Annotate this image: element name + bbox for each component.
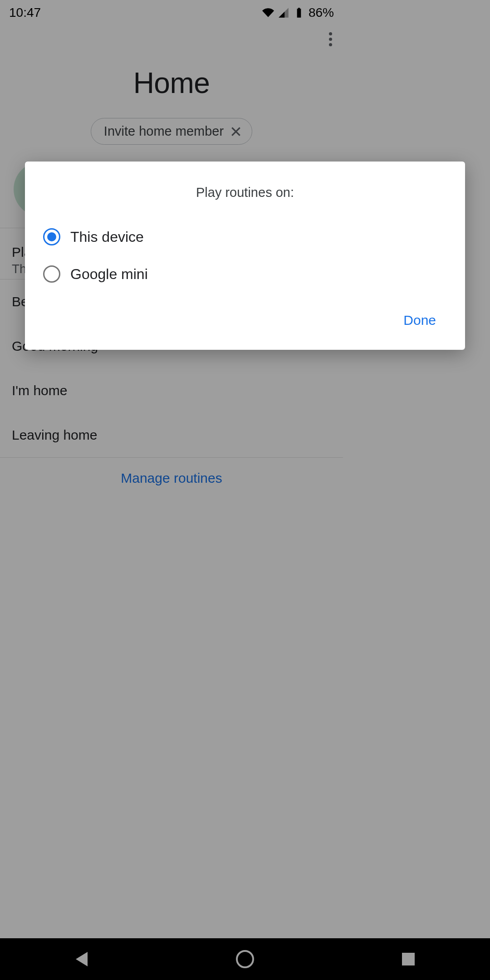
radio-label: This device <box>70 229 144 245</box>
play-routines-dialog: Play routines on: This device Google min… <box>25 162 343 350</box>
radio-option-this-device[interactable]: This device <box>43 218 343 255</box>
dialog-title: Play routines on: <box>25 185 343 200</box>
radio-label: Google mini <box>70 266 148 283</box>
radio-icon <box>43 265 60 283</box>
radio-option-google-mini[interactable]: Google mini <box>43 255 343 293</box>
radio-icon <box>43 228 60 245</box>
